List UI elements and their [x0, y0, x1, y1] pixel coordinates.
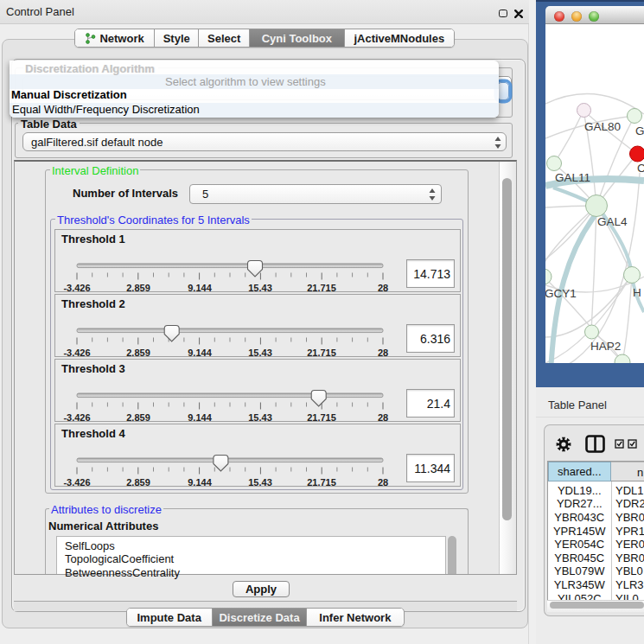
svg-text:G: G	[635, 124, 644, 137]
svg-text:HAP2: HAP2	[590, 340, 621, 353]
svg-text:GAL80: GAL80	[584, 120, 621, 133]
svg-text:GAL4: GAL4	[597, 215, 628, 228]
svg-text:C: C	[637, 162, 644, 175]
svg-text:H: H	[633, 286, 641, 299]
svg-text:GCY1: GCY1	[545, 287, 577, 300]
svg-text:GAL11: GAL11	[555, 171, 590, 184]
